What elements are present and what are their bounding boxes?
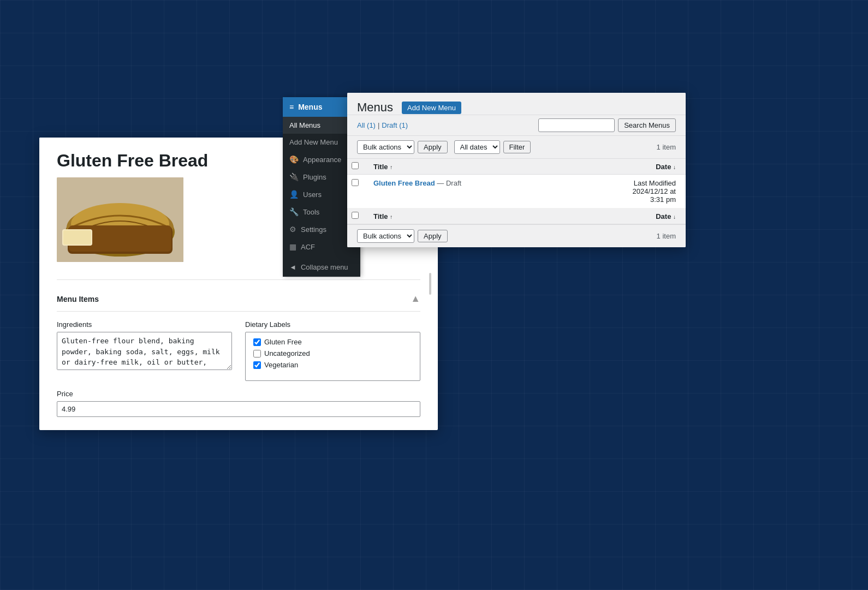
subnav-sep: |	[378, 121, 379, 129]
ingredients-textarea[interactable]: Gluten-free flour blend, baking powder, …	[57, 332, 232, 370]
price-label: Price	[57, 390, 420, 398]
sidebar-all-menus-label: All Menus	[289, 121, 320, 129]
svg-rect-7	[63, 230, 91, 245]
tfoot-checkbox	[347, 208, 364, 224]
plugins-icon: 🔌	[289, 172, 299, 181]
tfoot-date[interactable]: Date ↓	[567, 208, 686, 224]
metabox-toggle[interactable]: ▲	[411, 293, 420, 305]
menus-table: Title ↑ Date ↓ Gluten Free Bread — Draft	[347, 158, 686, 224]
search-menus-button[interactable]: Search Menus	[618, 118, 676, 132]
select-all-checkbox[interactable]	[352, 162, 359, 169]
menus-admin-card: Menus Add New Menu All (1) | Draft (1) S…	[347, 93, 686, 247]
ingredients-field: Ingredients Gluten-free flour blend, bak…	[57, 320, 232, 381]
apply-button-top[interactable]: Apply	[418, 141, 448, 153]
ingredients-label: Ingredients	[57, 320, 232, 329]
row-title-cell: Gluten Free Bread — Draft	[364, 175, 567, 208]
tfoot-date-label: Date	[656, 212, 671, 220]
post-title-link[interactable]: Gluten Free Bread	[373, 179, 435, 187]
dietary-label: Dietary Labels	[245, 320, 420, 329]
collapse-icon: ◄	[289, 263, 296, 271]
sidebar-menus-label: Menus	[298, 103, 322, 111]
row-checkbox-cell	[347, 175, 364, 208]
date-value: 2024/12/12 at3:31 pm	[576, 187, 676, 204]
tfoot-title[interactable]: Title ↑	[364, 208, 567, 224]
dietary-gluten-free[interactable]: Gluten Free	[253, 338, 412, 346]
th-checkbox	[347, 159, 364, 175]
users-icon: 👤	[289, 190, 299, 199]
date-label: Last Modified	[576, 179, 676, 187]
bulk-actions-select-top[interactable]: Bulk actions	[357, 140, 414, 154]
post-featured-image	[57, 177, 183, 262]
th-date-label: Date	[656, 163, 671, 171]
dietary-vegetarian-checkbox[interactable]	[253, 361, 261, 369]
dietary-gluten-free-checkbox[interactable]	[253, 338, 261, 346]
subnav-draft[interactable]: Draft (1)	[382, 121, 408, 129]
dietary-labels-box: Gluten Free Uncategorized Vegetarian	[245, 332, 420, 381]
sidebar-settings-label: Settings	[301, 225, 326, 234]
sidebar-users-label: Users	[303, 190, 322, 199]
search-area: Search Menus	[538, 118, 676, 132]
apply-button-bottom[interactable]: Apply	[418, 230, 448, 242]
bulk-actions-select-bottom[interactable]: Bulk actions	[357, 229, 414, 243]
sidebar-collapse[interactable]: ◄ Collapse menu	[283, 258, 360, 277]
th-title[interactable]: Title ↑	[364, 159, 567, 175]
sidebar-plugins-label: Plugins	[303, 173, 326, 181]
menus-header: Menus Add New Menu	[347, 93, 686, 115]
add-new-menu-button[interactable]: Add New Menu	[402, 102, 461, 114]
bottom-toolbar: Bulk actions Apply 1 item	[347, 224, 686, 247]
tfoot-date-sort: ↓	[673, 214, 676, 220]
date-filter-select[interactable]: All dates	[454, 140, 500, 154]
metabox-title: Menu Items ▲	[57, 289, 420, 312]
dietary-uncategorized[interactable]: Uncategorized	[253, 349, 412, 357]
row-checkbox[interactable]	[352, 179, 359, 186]
post-status-badge: — Draft	[437, 179, 461, 187]
date-sort-icon: ↓	[673, 164, 676, 170]
metabox-fields: Ingredients Gluten-free flour blend, bak…	[57, 320, 420, 381]
menu-items-metabox: Menu Items ▲ Ingredients Gluten-free flo…	[39, 280, 438, 430]
collapse-label: Collapse menu	[301, 263, 348, 271]
sidebar-add-new-menu-label: Add New Menu	[289, 138, 338, 146]
filter-button[interactable]: Filter	[503, 141, 531, 153]
dietary-vegetarian[interactable]: Vegetarian	[253, 361, 412, 369]
item-count-top: 1 item	[657, 143, 676, 151]
sidebar-tools-label: Tools	[303, 208, 319, 216]
subnav-all[interactable]: All (1)	[357, 121, 376, 129]
row-date-cell: Last Modified 2024/12/12 at3:31 pm	[567, 175, 686, 208]
dietary-labels-field: Dietary Labels Gluten Free Uncategorized…	[245, 320, 420, 381]
tfoot-title-sort: ↑	[390, 214, 393, 220]
th-title-label: Title	[373, 163, 388, 171]
menus-page-title: Menus	[357, 100, 393, 115]
acf-icon: ▦	[289, 242, 296, 251]
subnav: All (1) | Draft (1)	[357, 121, 408, 129]
price-field: Price 4.99	[57, 390, 420, 417]
dietary-gluten-free-label: Gluten Free	[264, 338, 302, 346]
table-row: Gluten Free Bread — Draft Last Modified …	[347, 175, 686, 208]
dietary-uncategorized-checkbox[interactable]	[253, 350, 261, 357]
sidebar-appearance-label: Appearance	[303, 156, 341, 164]
table-header-row: Title ↑ Date ↓	[347, 159, 686, 175]
dietary-uncategorized-label: Uncategorized	[264, 349, 310, 357]
sidebar-acf-label: ACF	[301, 243, 315, 251]
top-toolbar: Bulk actions Apply All dates Filter 1 it…	[347, 136, 686, 158]
settings-icon: ⚙	[289, 225, 296, 234]
select-all-checkbox-bottom[interactable]	[352, 212, 359, 219]
item-count-bottom: 1 item	[657, 232, 676, 240]
tfoot-title-label: Title	[373, 212, 388, 220]
th-date[interactable]: Date ↓	[567, 159, 686, 175]
scroll-bar[interactable]	[429, 273, 431, 295]
dietary-vegetarian-label: Vegetarian	[264, 361, 298, 369]
price-input[interactable]: 4.99	[57, 401, 420, 417]
menus-icon: ≡	[289, 103, 294, 111]
search-menus-input[interactable]	[538, 118, 615, 132]
title-sort-icon: ↑	[390, 164, 393, 170]
appearance-icon: 🎨	[289, 155, 299, 164]
tools-icon: 🔧	[289, 207, 299, 216]
table-footer-row: Title ↑ Date ↓	[347, 208, 686, 224]
